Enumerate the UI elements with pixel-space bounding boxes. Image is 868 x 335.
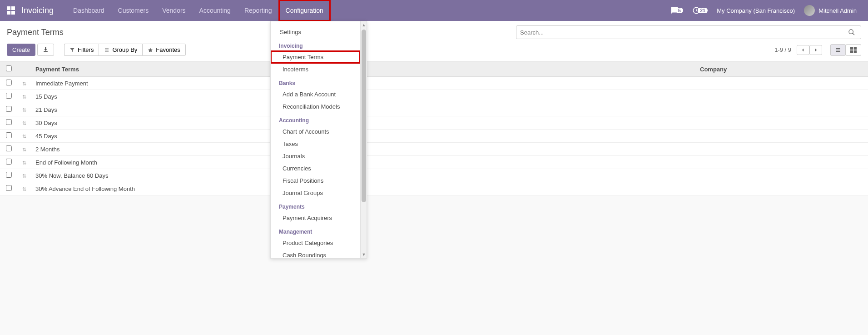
table-row[interactable]: Immediate Payment <box>0 77 868 90</box>
row-company <box>695 156 868 169</box>
dd-header-banks: Banks <box>271 75 360 88</box>
download-icon <box>43 47 49 53</box>
row-checkbox[interactable] <box>6 132 12 138</box>
svg-rect-8 <box>854 47 857 50</box>
scroll-up-icon[interactable]: ▲ <box>362 22 366 28</box>
page-title: Payment Terms <box>7 28 64 37</box>
table-row[interactable]: 30% Advance End of Following Month <box>0 182 868 195</box>
nav-vendors[interactable]: Vendors <box>155 0 192 21</box>
dd-taxes[interactable]: Taxes <box>271 138 360 150</box>
svg-rect-1 <box>11 6 15 10</box>
messages-button[interactable]: 5 <box>666 0 688 21</box>
dd-settings[interactable]: Settings <box>271 26 360 38</box>
apps-icon[interactable] <box>7 6 15 15</box>
chevron-right-icon <box>813 47 818 53</box>
pager-next[interactable] <box>809 45 822 55</box>
pager-range: 1-9 / 9 <box>774 46 791 53</box>
col-header-company[interactable]: Company <box>695 62 868 77</box>
row-checkbox[interactable] <box>6 106 12 112</box>
dd-journals[interactable]: Journals <box>271 150 360 162</box>
create-button[interactable]: Create <box>7 44 35 56</box>
filters-button[interactable]: Filters <box>64 44 99 56</box>
row-checkbox[interactable] <box>6 119 12 125</box>
dd-fiscal-positions[interactable]: Fiscal Positions <box>271 175 360 187</box>
avatar <box>804 5 815 16</box>
search-wrap[interactable] <box>516 25 861 39</box>
select-all-checkbox[interactable] <box>6 65 12 71</box>
svg-point-5 <box>849 30 853 34</box>
groupby-button[interactable]: Group By <box>99 44 142 56</box>
row-checkbox[interactable] <box>6 172 12 178</box>
dd-reconciliation[interactable]: Reconciliation Models <box>271 100 360 113</box>
messages-badge: 5 <box>676 8 683 13</box>
payment-terms-table: Payment Terms Company Immediate Payment1… <box>0 62 868 195</box>
row-company <box>695 77 868 90</box>
drag-handle-icon[interactable] <box>22 134 26 140</box>
table-row[interactable]: 15 Days <box>0 90 868 103</box>
kanban-view-button[interactable] <box>846 44 861 56</box>
table-row[interactable]: 45 Days <box>0 130 868 143</box>
activities-button[interactable]: 21 <box>688 0 712 21</box>
company-selector[interactable]: My Company (San Francisco) <box>712 0 799 21</box>
row-checkbox[interactable] <box>6 93 12 99</box>
funnel-icon <box>69 47 75 53</box>
drag-handle-icon[interactable] <box>22 107 26 113</box>
svg-rect-7 <box>850 47 853 50</box>
row-checkbox[interactable] <box>6 159 12 165</box>
drag-handle-icon[interactable] <box>22 173 26 179</box>
app-title[interactable]: Invoicing <box>21 6 54 15</box>
dd-add-bank[interactable]: Add a Bank Account <box>271 88 360 100</box>
dropdown-scrollbar[interactable]: ▲ ▼ <box>360 21 367 195</box>
row-checkbox[interactable] <box>6 145 12 151</box>
scroll-thumb[interactable] <box>362 30 366 195</box>
list-view-button[interactable] <box>830 44 846 56</box>
table-row[interactable]: End of Following Month <box>0 156 868 169</box>
nav-reporting[interactable]: Reporting <box>238 0 279 21</box>
control-panel: Payment Terms Create Filters Group By <box>0 21 868 62</box>
table-row[interactable]: 30% Now, Balance 60 Days <box>0 169 868 182</box>
dd-currencies[interactable]: Currencies <box>271 162 360 175</box>
nav-accounting[interactable]: Accounting <box>193 0 238 21</box>
drag-handle-icon[interactable] <box>22 186 26 192</box>
drag-handle-icon[interactable] <box>22 120 26 126</box>
svg-rect-3 <box>11 11 15 15</box>
table-row[interactable]: 2 Months <box>0 143 868 156</box>
row-company <box>695 169 868 182</box>
row-company <box>695 143 868 156</box>
dd-payment-terms[interactable]: Payment Terms <box>271 51 360 63</box>
search-button[interactable] <box>846 29 857 36</box>
row-checkbox[interactable] <box>6 80 12 85</box>
row-company <box>695 90 868 103</box>
dd-incoterms[interactable]: Incoterms <box>271 63 360 75</box>
svg-rect-2 <box>7 11 10 15</box>
nav-dashboard[interactable]: Dashboard <box>66 0 111 21</box>
drag-handle-icon[interactable] <box>22 81 26 87</box>
pager-prev[interactable] <box>797 45 809 55</box>
select-all-header[interactable] <box>0 62 17 77</box>
row-checkbox[interactable] <box>6 185 12 191</box>
svg-rect-9 <box>850 50 853 53</box>
activities-badge: 21 <box>698 8 708 13</box>
import-button[interactable] <box>37 44 54 56</box>
dd-journal-groups[interactable]: Journal Groups <box>271 187 360 195</box>
favorites-button[interactable]: Favorites <box>142 44 185 56</box>
user-menu[interactable]: Mitchell Admin <box>799 0 861 21</box>
drag-handle-icon[interactable] <box>22 160 26 166</box>
table-row[interactable]: 30 Days <box>0 116 868 130</box>
list-icon <box>104 47 109 53</box>
drag-handle-icon[interactable] <box>22 147 26 153</box>
drag-handle-icon[interactable] <box>22 94 26 100</box>
search-icon <box>848 29 855 36</box>
row-company <box>695 182 868 195</box>
search-input[interactable] <box>520 29 846 36</box>
dd-chart-accounts[interactable]: Chart of Accounts <box>271 125 360 138</box>
nav-customers[interactable]: Customers <box>111 0 156 21</box>
dd-header-invoicing: Invoicing <box>271 38 360 51</box>
chevron-left-icon <box>801 47 805 53</box>
main-navbar: Invoicing Dashboard Customers Vendors Ac… <box>0 0 868 21</box>
row-company <box>695 130 868 143</box>
nav-configuration[interactable]: Configuration <box>279 0 330 21</box>
row-company <box>695 103 868 116</box>
table-row[interactable]: 21 Days <box>0 103 868 116</box>
star-icon <box>148 47 153 53</box>
